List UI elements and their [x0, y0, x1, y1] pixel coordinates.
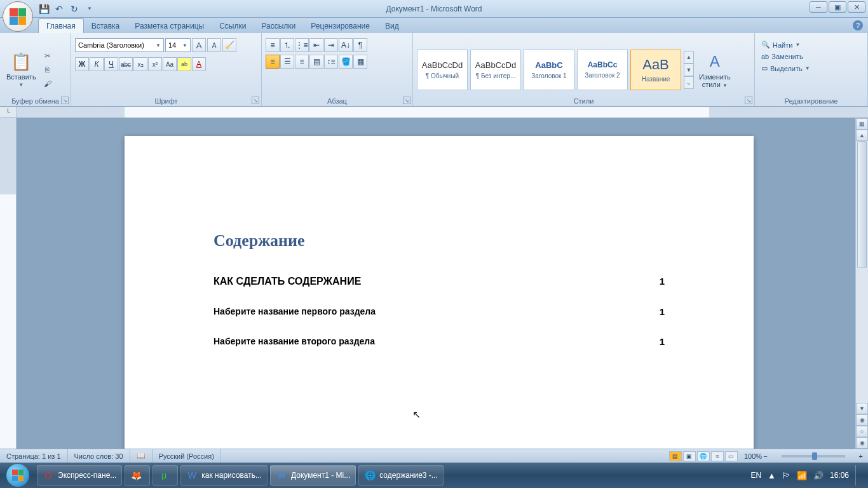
status-words[interactable]: Число слов: 30 — [68, 449, 130, 463]
tab-view[interactable]: Вид — [377, 19, 407, 33]
font-size-selector[interactable]: 14▼ — [165, 38, 191, 52]
align-right-icon[interactable]: ≡ — [295, 55, 309, 69]
align-left-icon[interactable]: ≡ — [266, 55, 280, 69]
full-screen-view-icon[interactable]: ▣ — [683, 451, 696, 461]
strike-button[interactable]: abc — [119, 57, 133, 71]
sort-icon[interactable]: A↓ — [339, 38, 353, 52]
document-canvas[interactable]: Содержание КАК СДЕЛАТЬ СОДЕРЖАНИЕ 1 Набе… — [17, 118, 855, 449]
task-firefox[interactable]: 🦊 — [125, 465, 150, 485]
qat-customize-icon[interactable]: ▼ — [84, 3, 95, 15]
styles-more-icon[interactable]: ⌄ — [684, 76, 694, 89]
ruler-toggle-icon[interactable]: ▦ — [856, 118, 868, 130]
tab-home[interactable]: Главная — [38, 18, 84, 33]
copy-icon[interactable]: ⎘ — [41, 64, 54, 76]
tab-review[interactable]: Рецензирование — [303, 19, 377, 33]
tab-references[interactable]: Ссылки — [212, 19, 254, 33]
tray-network-icon[interactable]: 📶 — [797, 471, 807, 480]
borders-icon[interactable]: ▦ — [353, 55, 367, 69]
browse-object-icon[interactable]: ○ — [856, 426, 868, 437]
zoom-out-icon[interactable]: − — [763, 452, 767, 460]
doc-title[interactable]: Содержание — [214, 231, 665, 250]
align-center-icon[interactable]: ☰ — [280, 55, 294, 69]
print-layout-view-icon[interactable]: ▤ — [669, 451, 682, 461]
zoom-in-icon[interactable]: + — [859, 452, 863, 460]
prev-page-icon[interactable]: ◉ — [856, 414, 868, 426]
show-marks-icon[interactable]: ¶ — [353, 38, 367, 52]
tray-language[interactable]: EN — [750, 471, 761, 480]
cut-icon[interactable]: ✂ — [41, 50, 54, 62]
font-name-selector[interactable]: Cambria (Заголовки)▼ — [75, 38, 164, 52]
minimize-button[interactable]: ─ — [810, 1, 827, 13]
replace-button[interactable]: abЗаменить — [759, 51, 864, 62]
paragraph-dialog-launcher[interactable]: ↘ — [403, 97, 410, 104]
font-dialog-launcher[interactable]: ↘ — [252, 97, 259, 104]
task-browser[interactable]: 🌐содержание3 -... — [358, 465, 444, 485]
vertical-ruler[interactable] — [0, 118, 17, 449]
tab-insert[interactable]: Вставка — [84, 19, 128, 33]
help-icon[interactable]: ? — [853, 20, 863, 30]
style-heading2[interactable]: AaBbCcЗаголовок 2 — [577, 50, 628, 90]
line-spacing-icon[interactable]: ↕≡ — [324, 55, 338, 69]
status-page[interactable]: Страница: 1 из 1 — [0, 449, 68, 463]
multilevel-icon[interactable]: ⋮≡ — [295, 38, 309, 52]
numbering-icon[interactable]: ⒈ — [280, 38, 294, 52]
zoom-level[interactable]: 100% — [744, 452, 762, 460]
tab-mailings[interactable]: Рассылки — [254, 19, 303, 33]
task-opera[interactable]: OЭкспресс-пане... — [37, 465, 122, 485]
find-button[interactable]: 🔍Найти ▼ — [759, 39, 864, 50]
clear-format-icon[interactable]: 🧹 — [222, 38, 236, 52]
web-layout-view-icon[interactable]: 🌐 — [697, 451, 710, 461]
horizontal-ruler[interactable]: └ — [0, 107, 868, 118]
styles-dialog-launcher[interactable]: ↘ — [745, 97, 752, 104]
font-color-button[interactable]: A — [192, 57, 206, 71]
maximize-button[interactable]: ▣ — [829, 1, 846, 13]
superscript-button[interactable]: x² — [148, 57, 162, 71]
page[interactable]: Содержание КАК СДЕЛАТЬ СОДЕРЖАНИЕ 1 Набе… — [125, 136, 754, 449]
format-painter-icon[interactable]: 🖌 — [41, 78, 54, 90]
vertical-scrollbar[interactable]: ▦ ▲ ▼ ◉ ○ ◉ — [855, 118, 868, 449]
increase-indent-icon[interactable]: ⇥ — [324, 38, 338, 52]
style-title[interactable]: AaBНазвание — [630, 50, 681, 90]
redo-icon[interactable]: ↻ — [69, 3, 80, 15]
style-normal[interactable]: AaBbCcDd¶ Обычный — [417, 50, 468, 90]
scroll-up-icon[interactable]: ▲ — [856, 130, 868, 141]
undo-icon[interactable]: ↶ — [53, 3, 65, 15]
clipboard-dialog-launcher[interactable]: ↘ — [61, 97, 69, 104]
style-no-spacing[interactable]: AaBbCcDd¶ Без интер... — [470, 50, 521, 90]
next-page-icon[interactable]: ◉ — [856, 437, 868, 449]
office-button[interactable] — [3, 1, 33, 32]
underline-button[interactable]: Ч — [104, 57, 118, 71]
tray-clock[interactable]: 16:06 — [830, 471, 849, 480]
justify-icon[interactable]: ▤ — [309, 55, 323, 69]
grow-font-icon[interactable]: A — [192, 38, 206, 52]
shading-icon[interactable]: 🪣 — [339, 55, 353, 69]
show-desktop-button[interactable] — [855, 465, 862, 485]
change-styles-button[interactable]: A Изменитьстили ▼ — [696, 50, 733, 90]
status-language[interactable]: Русский (Россия) — [153, 449, 221, 463]
tab-layout[interactable]: Разметка страницы — [127, 19, 212, 33]
task-word-doc1[interactable]: WДокумент1 - Mi... — [270, 465, 356, 485]
bullets-icon[interactable]: ≡ — [266, 38, 280, 52]
change-case-button[interactable]: Aa — [163, 57, 177, 71]
highlight-button[interactable]: ab — [177, 57, 191, 71]
tray-flag-icon[interactable]: 🏳 — [782, 471, 790, 480]
styles-up-icon[interactable]: ▲ — [684, 51, 694, 64]
start-button[interactable] — [0, 463, 36, 488]
scroll-down-icon[interactable]: ▼ — [856, 403, 868, 414]
toc-row[interactable]: Наберите название второго раздела 1 — [214, 336, 665, 347]
toc-row[interactable]: Наберите название первого раздела 1 — [214, 306, 665, 317]
tray-show-hidden-icon[interactable]: ▲ — [768, 471, 776, 480]
italic-button[interactable]: К — [90, 57, 104, 71]
outline-view-icon[interactable]: ≡ — [711, 451, 724, 461]
status-proofing[interactable]: 📖 — [130, 449, 153, 463]
draft-view-icon[interactable]: ▭ — [725, 451, 738, 461]
tab-selector[interactable]: └ — [0, 107, 17, 118]
save-icon[interactable]: 💾 — [38, 3, 50, 15]
decrease-indent-icon[interactable]: ⇤ — [309, 38, 323, 52]
styles-down-icon[interactable]: ▼ — [684, 64, 694, 76]
style-heading1[interactable]: AaBbCЗаголовок 1 — [524, 50, 574, 90]
tray-volume-icon[interactable]: 🔊 — [813, 471, 824, 480]
task-word-doc2[interactable]: Wкак нарисовать... — [180, 465, 268, 485]
subscript-button[interactable]: x₂ — [133, 57, 147, 71]
paste-button[interactable]: 📋 Вставить ▼ — [4, 50, 39, 89]
